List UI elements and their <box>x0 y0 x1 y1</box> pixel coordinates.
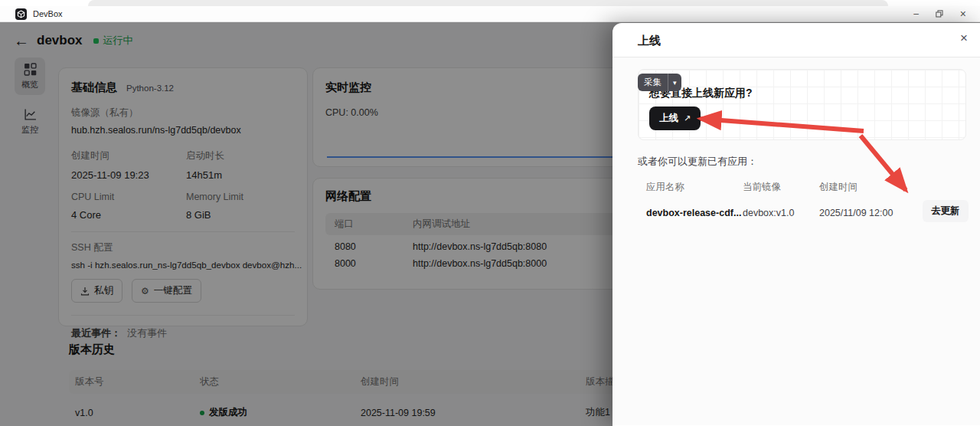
chevron-down-icon: ▾ <box>668 74 681 91</box>
uptime-label: 启动时长 <box>186 149 295 162</box>
port-column-header: 端口 <box>335 218 413 231</box>
image-column-header: 当前镜像 <box>743 181 819 194</box>
restore-button[interactable] <box>936 10 943 18</box>
ssh-command: ssh -i hzh.sealos.run_ns-lg7dd5qb_devbox… <box>71 260 302 270</box>
external-link-icon: ↗ <box>684 113 691 123</box>
basic-info-card: 基础信息 Python-3.12 镜像源（私有） hub.hzh.sealos.… <box>58 67 308 326</box>
collect-dropdown-button[interactable]: 采集 ▾ <box>638 74 681 91</box>
release-status: 发版成功 <box>200 406 361 419</box>
release-status-text: 发版成功 <box>209 406 247 419</box>
sidebar-item-overview[interactable]: 概览 <box>15 57 45 95</box>
running-status-dot-icon <box>93 38 99 44</box>
back-button[interactable]: ← <box>14 33 29 48</box>
created-column-header: 创建时间 <box>361 375 586 388</box>
page-title: devbox <box>37 33 83 48</box>
go-online-button[interactable]: 上线 ↗ <box>649 106 701 130</box>
runtime-tag: Python-3.12 <box>126 84 174 93</box>
go-online-drawer: 上线 × 采集 ▾ 想要直接上线新应用? 上线 ↗ 或者你可以更新已有应用： 应… <box>612 23 980 426</box>
gear-icon: ⚙ <box>141 286 149 297</box>
recent-events-label: 最近事件： <box>71 326 121 340</box>
table-row: devbox-release-cdf... devbox:v1.0 2025/1… <box>612 200 969 226</box>
drawer-body: 采集 ▾ 想要直接上线新应用? 上线 ↗ 或者你可以更新已有应用： 应用名称 当… <box>612 57 980 425</box>
port-value: 8000 <box>335 258 413 269</box>
uptime-value: 14h51m <box>186 169 295 181</box>
drawer-header: 上线 × <box>612 23 980 57</box>
window-title: DevBox <box>33 9 63 18</box>
private-key-button[interactable]: 私钥 <box>71 279 122 303</box>
app-table-header: 应用名称 当前镜像 创建时间 <box>612 181 969 194</box>
recent-events-value: 没有事件 <box>127 326 167 340</box>
chart-icon <box>24 108 37 121</box>
status-column-header: 状态 <box>200 375 361 388</box>
drawer-title: 上线 <box>638 34 661 48</box>
go-online-label: 上线 <box>659 112 678 125</box>
private-key-label: 私钥 <box>94 284 113 297</box>
update-existing-hint: 或者你可以更新已有应用： <box>638 155 757 169</box>
basic-info-title: 基础信息 <box>71 80 117 95</box>
created-column-header: 创建时间 <box>819 181 957 194</box>
download-icon <box>80 287 90 296</box>
version-created-value: 2025-11-09 19:59 <box>361 408 586 418</box>
divider <box>71 231 295 232</box>
status-text: 运行中 <box>103 34 133 48</box>
app-image-value: devbox:v1.0 <box>743 208 819 218</box>
one-click-config-button[interactable]: ⚙ 一键配置 <box>132 279 201 303</box>
devbox-logo-icon <box>15 8 27 20</box>
app-name-column-header: 应用名称 <box>646 181 743 194</box>
minimize-button[interactable]: – <box>913 9 919 18</box>
sidebar-item-monitor[interactable]: 监控 <box>15 103 45 140</box>
collect-label: 采集 <box>638 74 668 91</box>
sidebar-item-label: 监控 <box>21 124 38 136</box>
version-column-header: 版本号 <box>75 375 200 388</box>
window-controls: – × <box>913 8 972 19</box>
app-name-value: devbox-release-cdf... <box>646 208 743 218</box>
go-update-button[interactable]: 去更新 <box>923 200 969 222</box>
close-window-button[interactable]: × <box>960 8 966 19</box>
ssh-config-label: SSH 配置 <box>71 241 295 254</box>
one-click-config-label: 一键配置 <box>154 284 192 297</box>
grid-icon <box>24 63 37 76</box>
page-header: ← devbox 运行中 <box>14 33 133 48</box>
divider <box>71 315 295 316</box>
memory-limit-value: 8 GiB <box>186 209 295 221</box>
success-dot-icon <box>200 411 204 415</box>
version-value: v1.0 <box>75 408 200 418</box>
sidebar: 概览 监控 <box>0 57 49 425</box>
cpu-limit-label: CPU Limit <box>71 192 186 202</box>
devbox-app-window: DevBox – × ← devbox 运行中 <box>0 0 980 426</box>
titlebar: DevBox – × <box>0 6 980 22</box>
created-value: 2025-11-09 19:23 <box>71 169 186 181</box>
sidebar-item-label: 概览 <box>21 79 38 90</box>
created-label: 创建时间 <box>71 149 186 162</box>
description-text: 功能1 <box>586 406 610 419</box>
restore-icon <box>936 10 943 18</box>
cpu-limit-value: 4 Core <box>71 209 186 221</box>
image-source-label: 镜像源（私有） <box>71 106 295 120</box>
image-source-value: hub.hzh.sealos.run/ns-lg7dd5qb/devbox <box>71 125 295 136</box>
top-strip-band <box>88 0 888 6</box>
close-icon[interactable]: × <box>960 31 968 44</box>
port-value: 8080 <box>335 241 413 252</box>
status-badge: 运行中 <box>93 34 133 48</box>
version-history-title: 版本历史 <box>69 342 115 357</box>
top-strip <box>0 0 980 6</box>
memory-limit-label: Memory Limit <box>186 192 295 202</box>
